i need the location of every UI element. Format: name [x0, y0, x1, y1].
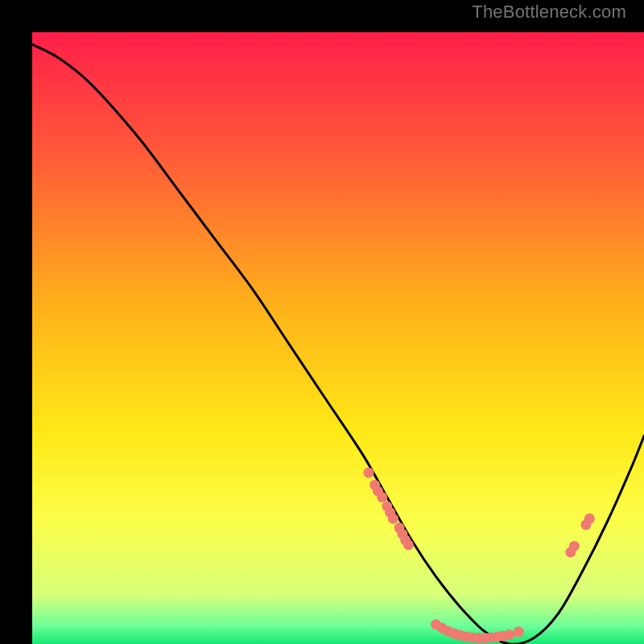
highlight-dot: [388, 514, 398, 524]
highlight-dot: [584, 514, 595, 524]
watermark-text: TheBottleneck.com: [472, 2, 626, 23]
chart-frame: [16, 16, 628, 628]
gradient-background: [32, 32, 644, 644]
highlight-dot: [403, 539, 414, 550]
chart-svg: [32, 32, 644, 644]
highlight-dot: [364, 468, 374, 478]
highlight-dot: [569, 541, 580, 551]
highlight-dot: [514, 626, 524, 637]
highlight-dot: [377, 492, 387, 502]
highlight-dot: [504, 630, 514, 640]
